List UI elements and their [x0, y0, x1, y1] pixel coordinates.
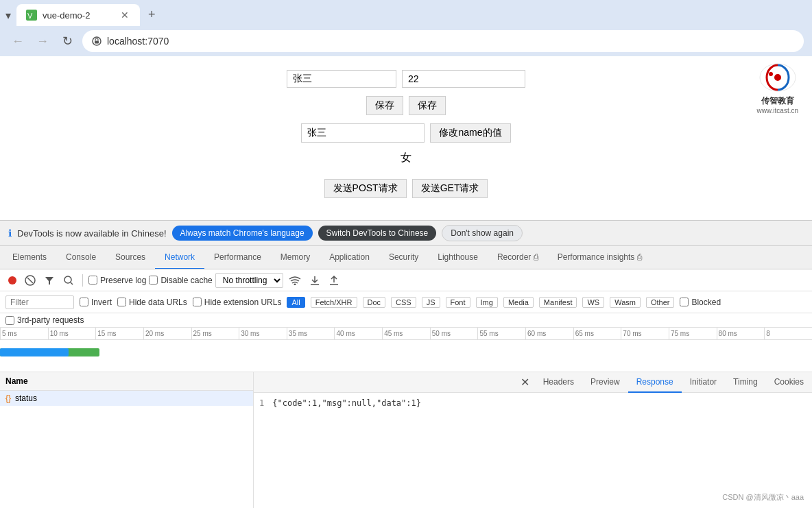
tab-memory[interactable]: Memory: [271, 246, 320, 269]
third-party-checkbox[interactable]: [5, 316, 14, 325]
hide-data-urls-checkbox[interactable]: [117, 298, 126, 306]
svg-marker-9: [45, 277, 53, 285]
filter-type-doc[interactable]: Doc: [363, 297, 386, 308]
gender-display: 女: [14, 151, 798, 165]
detail-tab-preview[interactable]: Preview: [582, 372, 628, 393]
status-name: status: [15, 394, 37, 403]
filter-type-media[interactable]: Media: [503, 297, 534, 308]
timeline-ruler: 5 ms 10 ms 15 ms 20 ms 25 ms 30 ms 35 ms…: [0, 328, 812, 340]
preserve-log-label[interactable]: Preserve log: [88, 276, 146, 285]
detail-tab-bar: ✕ Headers Preview Response Initiator Tim…: [254, 372, 812, 393]
filter-type-font[interactable]: Font: [446, 297, 470, 308]
network-toolbar: Preserve log Disable cache No throttling: [0, 269, 812, 291]
form-row-1: [14, 70, 798, 88]
modify-name-button[interactable]: 修改name的值: [430, 123, 510, 143]
blocked-checkbox[interactable]: [680, 298, 689, 306]
forward-button[interactable]: →: [33, 32, 52, 51]
banner-match-language-button[interactable]: Always match Chrome's language: [172, 226, 313, 241]
address-text[interactable]: localhost:7070: [107, 36, 169, 47]
hide-data-urls-label[interactable]: Hide data URLs: [117, 298, 187, 307]
banner-info-icon: ℹ: [8, 228, 12, 239]
back-button[interactable]: ←: [8, 32, 27, 51]
age-input[interactable]: [402, 70, 525, 88]
refresh-button[interactable]: ↻: [58, 32, 77, 51]
name-header: Name: [0, 372, 253, 391]
banner-dont-show-button[interactable]: Don't show again: [442, 225, 523, 241]
tick-50ms: 50 ms: [430, 328, 478, 339]
address-bar: ← → ↻ localhost:7070: [0, 26, 812, 56]
filter-type-wasm[interactable]: Wasm: [610, 297, 641, 308]
filter-type-img[interactable]: Img: [476, 297, 498, 308]
online-icon-button[interactable]: [286, 274, 304, 287]
tab-title: vue-demo-2: [43, 10, 114, 21]
new-tab-button[interactable]: +: [143, 5, 161, 25]
hide-ext-urls-checkbox[interactable]: [193, 298, 202, 306]
address-input[interactable]: localhost:7070: [82, 30, 804, 52]
invert-label[interactable]: Invert: [80, 298, 112, 307]
detail-tab-timing[interactable]: Timing: [725, 372, 766, 393]
tab-console[interactable]: Console: [56, 246, 106, 269]
import-button[interactable]: [307, 274, 323, 287]
wifi-icon: [289, 276, 301, 285]
name-input[interactable]: [287, 70, 396, 88]
network-content: Name {} status ✕ Headers Preview Respons…: [0, 372, 812, 508]
filter-type-js[interactable]: JS: [422, 297, 440, 308]
detail-tab-response[interactable]: Response: [628, 372, 682, 393]
post-button[interactable]: 发送POST请求: [324, 179, 407, 198]
tab-performance[interactable]: Performance: [204, 246, 271, 269]
tab-application[interactable]: Application: [320, 246, 379, 269]
page-content: 传智教育 www.itcast.cn 保存 保存 修改name的值 女: [0, 56, 812, 508]
banner-switch-chinese-button[interactable]: Switch DevTools to Chinese: [318, 226, 437, 241]
close-detail-button[interactable]: ✕: [521, 376, 529, 389]
devtools-tab-bar: Elements Console Sources Network Perform…: [0, 246, 812, 269]
svg-line-11: [71, 282, 73, 285]
preserve-log-checkbox[interactable]: [88, 276, 97, 285]
tab-close-button[interactable]: ✕: [119, 8, 130, 22]
tab-recorder[interactable]: Recorder ⎙: [488, 246, 548, 269]
tab-network[interactable]: Network: [155, 246, 204, 269]
record-button[interactable]: [5, 275, 19, 286]
tab-list-button[interactable]: ▾: [5, 9, 11, 22]
filter-type-css[interactable]: CSS: [391, 297, 416, 308]
tab-elements[interactable]: Elements: [3, 246, 56, 269]
search-button[interactable]: [60, 274, 77, 287]
svg-rect-3: [95, 41, 99, 44]
filter-type-all[interactable]: All: [287, 297, 304, 308]
hide-ext-urls-label[interactable]: Hide extension URLs: [193, 298, 282, 307]
logo-area: 传智教育 www.itcast.cn: [756, 62, 798, 114]
detail-tab-cookies[interactable]: Cookies: [766, 372, 812, 393]
export-button[interactable]: [326, 274, 342, 287]
save-button-1[interactable]: 保存: [366, 96, 403, 115]
filter-type-other[interactable]: Other: [646, 297, 675, 308]
toolbar-divider-1: [82, 274, 83, 287]
disable-cache-label[interactable]: Disable cache: [149, 276, 212, 285]
devtools-panel: Elements Console Sources Network Perform…: [0, 245, 812, 508]
tab-sources[interactable]: Sources: [106, 246, 155, 269]
third-party-label[interactable]: 3rd-party requests: [5, 315, 84, 325]
svg-point-12: [294, 283, 296, 285]
svg-point-5: [774, 74, 781, 81]
filter-input[interactable]: [5, 295, 74, 309]
filter-type-fetchxhr[interactable]: Fetch/XHR: [311, 297, 357, 308]
get-button[interactable]: 发送GET请求: [412, 179, 488, 198]
tick-end: 8: [764, 328, 812, 339]
status-row[interactable]: {} status: [0, 391, 253, 406]
throttle-select[interactable]: No throttling: [215, 273, 283, 288]
filter-type-manifest[interactable]: Manifest: [539, 297, 577, 308]
watermark: CSDN @清风微凉丶aaa: [722, 492, 804, 503]
filter-type-ws[interactable]: WS: [582, 297, 604, 308]
blocked-label[interactable]: Blocked: [680, 298, 721, 307]
detail-tab-initiator[interactable]: Initiator: [682, 372, 725, 393]
save-button-2[interactable]: 保存: [409, 96, 446, 115]
tab-security[interactable]: Security: [379, 246, 428, 269]
clear-button[interactable]: [22, 274, 38, 287]
name-modify-input[interactable]: [301, 123, 425, 143]
disable-cache-checkbox[interactable]: [149, 276, 158, 285]
browser-tab[interactable]: V vue-demo-2 ✕: [16, 4, 140, 26]
tab-performance-insights[interactable]: Performance insights ⎙: [548, 246, 652, 269]
tab-lighthouse[interactable]: Lighthouse: [428, 246, 488, 269]
filter-button[interactable]: [41, 274, 58, 287]
detail-tab-headers[interactable]: Headers: [535, 372, 582, 393]
invert-checkbox[interactable]: [80, 298, 88, 306]
tick-60ms: 60 ms: [525, 328, 573, 339]
